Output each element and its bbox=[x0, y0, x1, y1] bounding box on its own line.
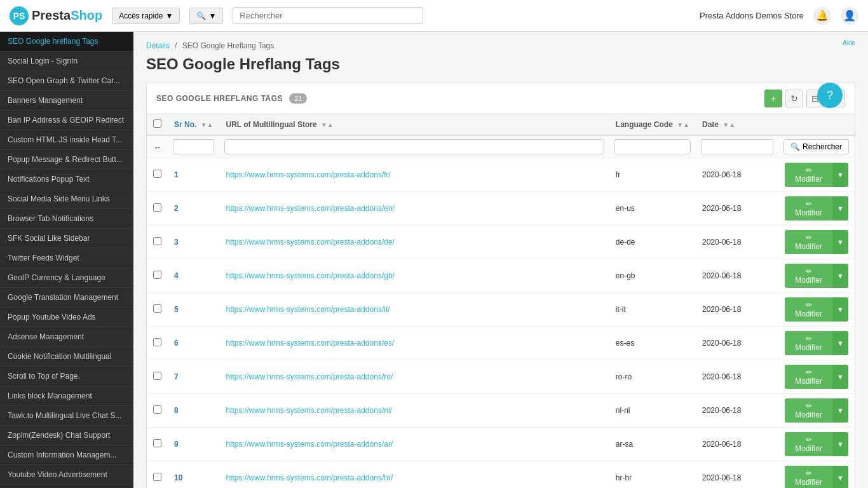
sidebar-item-21[interactable]: Custom Information Managem... bbox=[0, 445, 133, 465]
row-url-link[interactable]: https://www.hrms-systems.com/presta-addo… bbox=[226, 473, 393, 482]
sort-arrows-date[interactable]: ▼▲ bbox=[722, 121, 735, 128]
refresh-button[interactable]: ↻ bbox=[785, 90, 803, 107]
search-icon: 🔍 bbox=[790, 142, 800, 151]
filter-url-input[interactable] bbox=[224, 139, 604, 154]
modifier-button[interactable]: ✏ Modifier bbox=[785, 264, 832, 288]
sidebar-item-10[interactable]: SFK Social Like Sidebar bbox=[0, 229, 133, 248]
breadcrumb-details[interactable]: Détails bbox=[146, 41, 170, 50]
row-url: https://www.hrms-systems.com/presta-addo… bbox=[219, 293, 609, 327]
sort-arrows-sr[interactable]: ▼▲ bbox=[201, 121, 214, 128]
sort-arrows-lang[interactable]: ▼▲ bbox=[677, 121, 689, 128]
add-row-button[interactable]: + bbox=[764, 90, 782, 107]
sidebar-item-0[interactable]: SEO Google hreflang Tags bbox=[0, 32, 133, 51]
row-lang: de-de bbox=[609, 226, 696, 259]
row-lang: fr bbox=[609, 158, 696, 192]
sidebar-item-20[interactable]: Zopim(Zendesk) Chat Support bbox=[0, 426, 133, 445]
modifier-button[interactable]: ✏ Modifier bbox=[785, 230, 832, 254]
modifier-button[interactable]: ✏ Modifier bbox=[785, 365, 832, 389]
filter-search-button[interactable]: 🔍 Rechercher bbox=[783, 139, 849, 154]
row-action: ✏ Modifier ▼ bbox=[778, 428, 855, 461]
modifier-dropdown-button[interactable]: ▼ bbox=[832, 297, 848, 322]
sort-arrows-url[interactable]: ▼▲ bbox=[321, 121, 334, 128]
row-url-link[interactable]: https://www.hrms-systems.com/presta-addo… bbox=[226, 440, 393, 449]
sidebar-item-12[interactable]: GeoIP Currency & Language bbox=[0, 268, 133, 288]
filter-lang-input[interactable] bbox=[614, 139, 691, 154]
row-date: 2020-06-18 bbox=[696, 461, 778, 489]
row-checkbox[interactable] bbox=[153, 338, 161, 346]
row-url: https://www.hrms-systems.com/presta-addo… bbox=[219, 259, 609, 293]
sidebar-item-3[interactable]: Banners Management bbox=[0, 91, 133, 111]
modifier-button[interactable]: ✏ Modifier bbox=[785, 432, 832, 456]
user-avatar[interactable]: 👤 bbox=[841, 7, 858, 25]
modifier-dropdown-button[interactable]: ▼ bbox=[832, 365, 848, 389]
sidebar-item-15[interactable]: Adsense Management bbox=[0, 327, 133, 347]
quick-access-button[interactable]: Accès rapide ▼ bbox=[112, 8, 180, 24]
sidebar-item-8[interactable]: Social Media Side Menu Links bbox=[0, 189, 133, 209]
sidebar-item-22[interactable]: Youtube Video Advertisement bbox=[0, 465, 133, 485]
table-row: 5 https://www.hrms-systems.com/presta-ad… bbox=[147, 293, 855, 327]
sidebar-item-11[interactable]: Twitter Feeds Widget bbox=[0, 248, 133, 268]
sidebar-item-6[interactable]: Popup Message & Redirect Butt... bbox=[0, 150, 133, 170]
row-url-link[interactable]: https://www.hrms-systems.com/presta-addo… bbox=[226, 170, 390, 179]
row-checkbox[interactable] bbox=[153, 237, 161, 245]
sidebar-item-17[interactable]: Scroll to Top of Page. bbox=[0, 367, 133, 386]
modifier-button[interactable]: ✏ Modifier bbox=[785, 196, 832, 220]
row-url-link[interactable]: https://www.hrms-systems.com/presta-addo… bbox=[226, 271, 394, 280]
sidebar-item-23[interactable]: Social Media Live Chat Support bbox=[0, 485, 133, 488]
row-checkbox[interactable] bbox=[153, 271, 161, 279]
notification-bell-icon[interactable]: 🔔 bbox=[813, 7, 831, 25]
row-checkbox[interactable] bbox=[153, 473, 161, 481]
sidebar-item-1[interactable]: Social Login - SignIn bbox=[0, 51, 133, 71]
row-url-link[interactable]: https://www.hrms-systems.com/presta-addo… bbox=[226, 204, 394, 213]
filter-sr-input[interactable] bbox=[173, 139, 214, 154]
row-url-link[interactable]: https://www.hrms-systems.com/presta-addo… bbox=[226, 339, 394, 348]
row-action: ✏ Modifier ▼ bbox=[778, 158, 855, 192]
modifier-dropdown-button[interactable]: ▼ bbox=[832, 432, 848, 456]
modifier-dropdown-button[interactable]: ▼ bbox=[832, 331, 848, 355]
row-action: ✏ Modifier ▼ bbox=[778, 394, 855, 428]
sidebar-item-7[interactable]: Notifications Popup Text bbox=[0, 170, 133, 189]
help-button[interactable]: ? bbox=[817, 83, 843, 108]
row-url: https://www.hrms-systems.com/presta-addo… bbox=[219, 226, 609, 259]
row-date: 2020-06-18 bbox=[696, 226, 778, 259]
row-checkbox[interactable] bbox=[153, 372, 161, 380]
sidebar-item-18[interactable]: Links block Management bbox=[0, 386, 133, 406]
row-checkbox[interactable] bbox=[153, 203, 161, 212]
table-count-badge: 21 bbox=[289, 93, 307, 104]
modifier-dropdown-button[interactable]: ▼ bbox=[832, 163, 848, 187]
row-checkbox[interactable] bbox=[153, 304, 161, 313]
filter-date-input[interactable] bbox=[701, 139, 773, 154]
modifier-button[interactable]: ✏ Modifier bbox=[785, 163, 832, 187]
sidebar-item-14[interactable]: Popup Youtube Video Ads bbox=[0, 308, 133, 327]
sidebar-item-19[interactable]: Tawk.to Multilingual Live Chat S... bbox=[0, 406, 133, 426]
row-url-link[interactable]: https://www.hrms-systems.com/presta-addo… bbox=[226, 305, 390, 314]
search-mode-button[interactable]: 🔍 ▼ bbox=[189, 8, 223, 24]
row-checkbox[interactable] bbox=[153, 405, 161, 414]
modifier-button[interactable]: ✏ Modifier bbox=[785, 297, 832, 322]
row-action: ✏ Modifier ▼ bbox=[778, 293, 855, 327]
modifier-dropdown-button[interactable]: ▼ bbox=[832, 196, 848, 220]
search-input[interactable] bbox=[233, 7, 423, 24]
row-url-link[interactable]: https://www.hrms-systems.com/presta-addo… bbox=[226, 372, 393, 381]
modifier-button[interactable]: ✏ Modifier bbox=[785, 398, 832, 423]
modifier-button[interactable]: ✏ Modifier bbox=[785, 466, 832, 488]
sidebar-item-4[interactable]: Ban IP Address & GEOIP Redirect bbox=[0, 111, 133, 130]
modifier-button[interactable]: ✏ Modifier bbox=[785, 331, 832, 355]
row-checkbox[interactable] bbox=[153, 439, 161, 447]
row-url: https://www.hrms-systems.com/presta-addo… bbox=[219, 327, 609, 360]
row-checkbox[interactable] bbox=[153, 170, 161, 178]
row-checkbox-cell bbox=[147, 394, 168, 428]
sidebar-item-2[interactable]: SEO Open Graph & Twitter Car... bbox=[0, 71, 133, 91]
sidebar-item-9[interactable]: Browser Tab Notifications bbox=[0, 209, 133, 229]
col-sr-no: Sr No. ▼▲ bbox=[168, 114, 219, 135]
select-all-checkbox[interactable] bbox=[153, 119, 161, 128]
sidebar-item-16[interactable]: Cookie Notification Multilingual bbox=[0, 347, 133, 367]
modifier-dropdown-button[interactable]: ▼ bbox=[832, 264, 848, 288]
sidebar-item-13[interactable]: Google Translation Management bbox=[0, 288, 133, 308]
modifier-dropdown-button[interactable]: ▼ bbox=[832, 398, 848, 423]
modifier-dropdown-button[interactable]: ▼ bbox=[832, 230, 848, 254]
sidebar-item-5[interactable]: Custom HTML JS inside Head T... bbox=[0, 130, 133, 150]
row-url-link[interactable]: https://www.hrms-systems.com/presta-addo… bbox=[226, 238, 394, 247]
row-url-link[interactable]: https://www.hrms-systems.com/presta-addo… bbox=[226, 406, 391, 415]
modifier-dropdown-button[interactable]: ▼ bbox=[832, 466, 848, 488]
